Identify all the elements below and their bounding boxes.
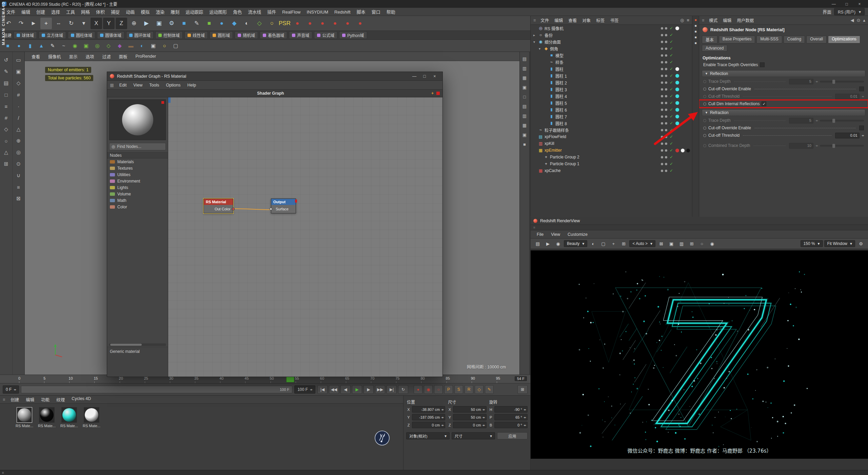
visibility-dot-editor[interactable] bbox=[661, 68, 663, 70]
left-palette-icon[interactable]: ≡ bbox=[1, 101, 12, 112]
rotation-h-field[interactable]: -90 °◂▸ bbox=[494, 406, 528, 413]
cone-primitive-icon[interactable]: ▲ bbox=[36, 41, 46, 51]
menu-item[interactable]: INSYDIUM bbox=[303, 9, 331, 15]
object-tag-icon[interactable] bbox=[675, 26, 679, 30]
play-button[interactable]: ▶ bbox=[352, 385, 362, 394]
visibility-dot-editor[interactable] bbox=[661, 88, 663, 91]
node-category[interactable]: Volume bbox=[107, 191, 168, 197]
polygons-mode-icon[interactable]: △ bbox=[13, 124, 24, 135]
extrude-icon[interactable]: ▣ bbox=[81, 41, 91, 51]
quantize-icon[interactable]: ≡ bbox=[13, 182, 24, 192]
object-tag-icon[interactable] bbox=[675, 94, 679, 98]
object-tag-icon[interactable] bbox=[686, 149, 690, 152]
menu-item[interactable]: 捕捉 bbox=[108, 9, 123, 15]
visibility-dot-render[interactable] bbox=[665, 48, 667, 50]
bend-deformer-icon[interactable]: ◆ bbox=[115, 41, 125, 51]
object-tag-icon[interactable] bbox=[675, 67, 679, 71]
visibility-dot-editor[interactable] bbox=[661, 34, 663, 36]
attribute-tab[interactable]: Overall bbox=[806, 36, 827, 43]
menu-item[interactable]: 工具 bbox=[63, 9, 78, 15]
object-tag-icon[interactable] bbox=[686, 108, 690, 112]
enable-check-icon[interactable]: ✓ bbox=[669, 60, 674, 64]
object-tag-icon[interactable] bbox=[675, 149, 679, 152]
floor-icon[interactable]: ▬ bbox=[126, 41, 136, 51]
menu-item[interactable]: 帮助 bbox=[383, 9, 398, 15]
position-x-field[interactable]: -38.807 cm◂▸ bbox=[412, 406, 445, 413]
material-item[interactable]: RS Mate... bbox=[82, 407, 101, 428]
keyframe-dot-icon[interactable] bbox=[703, 134, 706, 137]
side-panel-icon[interactable]: ▦ bbox=[520, 74, 529, 82]
z-axis-lock[interactable]: Z bbox=[116, 18, 127, 29]
renderview-menu-item[interactable]: File bbox=[533, 231, 547, 238]
record-position-button[interactable]: P bbox=[444, 385, 453, 394]
object-tag-icon[interactable] bbox=[675, 33, 679, 37]
viewport-menu-item[interactable]: 过滤 bbox=[99, 53, 114, 60]
side-panel-icon[interactable]: ▣ bbox=[520, 83, 529, 91]
menu-item[interactable]: 插件 bbox=[264, 9, 279, 15]
object-tag-icon[interactable] bbox=[681, 155, 685, 159]
object-tag-icon[interactable] bbox=[675, 60, 679, 64]
visibility-dot-render[interactable] bbox=[665, 129, 667, 131]
visibility-dot-render[interactable] bbox=[665, 122, 667, 125]
attribute-menu-item[interactable]: 编辑 bbox=[720, 16, 734, 24]
rotation-b-field[interactable]: 0 °◂▸ bbox=[494, 422, 528, 428]
object-tag-icon[interactable] bbox=[681, 54, 685, 57]
object-tag-icon[interactable] bbox=[675, 115, 679, 118]
object-tag-icon[interactable] bbox=[681, 169, 685, 173]
attribute-tab[interactable]: Multi-SSS bbox=[756, 36, 782, 43]
menu-item[interactable]: 网格 bbox=[78, 9, 93, 15]
start-render-button[interactable]: ▶ bbox=[544, 240, 552, 248]
object-tag-icon[interactable] bbox=[675, 169, 679, 173]
sky-icon[interactable]: ◐ bbox=[137, 41, 147, 51]
left-palette-icon[interactable]: ↺ bbox=[1, 55, 12, 65]
material-item[interactable]: RS Mate... bbox=[15, 407, 34, 428]
layout-select[interactable]: RS (用户)▾ bbox=[834, 8, 865, 15]
trace-depth-field[interactable]: 5 bbox=[789, 118, 813, 124]
material-menu-item[interactable]: 纹理 bbox=[53, 396, 68, 403]
next-key-button[interactable]: ▶▶ bbox=[375, 385, 385, 394]
viewport-menu-item[interactable]: ProRender bbox=[132, 53, 159, 59]
visibility-dot-editor[interactable] bbox=[661, 115, 663, 118]
visibility-dot-render[interactable] bbox=[665, 68, 667, 70]
visibility-dot-render[interactable] bbox=[665, 95, 667, 97]
menu-item[interactable]: 运动跟踪 bbox=[182, 9, 206, 15]
menu-item[interactable]: 编辑 bbox=[18, 9, 33, 15]
side-panel-icon[interactable]: ▦ bbox=[520, 121, 529, 129]
visibility-dot-editor[interactable] bbox=[661, 149, 663, 152]
visibility-dot-editor[interactable] bbox=[661, 95, 663, 97]
render-settings-button[interactable]: ⚙ bbox=[166, 18, 177, 29]
object-tag-icon[interactable] bbox=[675, 47, 679, 51]
visibility-dot-editor[interactable] bbox=[661, 41, 663, 43]
coordinate-system-toggle[interactable]: ⊕ bbox=[128, 18, 140, 29]
object-tag-icon[interactable] bbox=[681, 162, 685, 166]
layer-icon[interactable]: ■ bbox=[694, 18, 696, 22]
object-row[interactable]: ▦ xpEmitter ✓ bbox=[531, 147, 692, 154]
left-palette-icon[interactable]: ◇ bbox=[1, 124, 12, 135]
object-tag-icon[interactable] bbox=[675, 128, 679, 132]
visibility-dot-render[interactable] bbox=[665, 109, 667, 111]
shader-graph-titlebar[interactable]: Redshift Shader Graph - RS Material — □ … bbox=[107, 72, 442, 81]
object-tag-icon[interactable] bbox=[675, 81, 679, 84]
visibility-dot-render[interactable] bbox=[665, 170, 667, 172]
object-tag-icon[interactable] bbox=[675, 121, 679, 125]
keyframe-selection-button[interactable]: ○ bbox=[434, 385, 443, 394]
object-tag-icon[interactable] bbox=[681, 47, 685, 51]
cutoff-override-checkbox[interactable] bbox=[859, 87, 864, 91]
object-manager-menu-item[interactable]: 文件 bbox=[538, 16, 552, 24]
shader-graph-menu-item[interactable]: Tools bbox=[146, 82, 162, 88]
grip-icon[interactable]: ≡ bbox=[3, 397, 5, 402]
side-panel-icon[interactable]: ▤ bbox=[520, 102, 529, 110]
keyframe-dot-icon[interactable] bbox=[703, 95, 706, 98]
out-color-port[interactable] bbox=[232, 208, 235, 210]
object-tag-icon[interactable] bbox=[681, 108, 685, 112]
lock-camera-icon[interactable]: ⊠ bbox=[657, 240, 666, 248]
object-tag-icon[interactable] bbox=[675, 162, 679, 166]
side-panel-icon[interactable]: ▤ bbox=[520, 55, 529, 63]
shader-graph-menu-item[interactable]: Options bbox=[162, 82, 184, 88]
lathe-icon[interactable]: ◎ bbox=[92, 41, 102, 51]
object-row[interactable]: + Particle Group 1 ✓ bbox=[531, 160, 692, 167]
redshift-lights-button[interactable]: ● bbox=[317, 18, 328, 29]
keyframe-dot-icon[interactable] bbox=[703, 80, 706, 83]
coordinate-mode-select[interactable]: 对象(相对)▾ bbox=[406, 432, 450, 439]
field-button[interactable]: 控制体域 bbox=[155, 31, 183, 39]
